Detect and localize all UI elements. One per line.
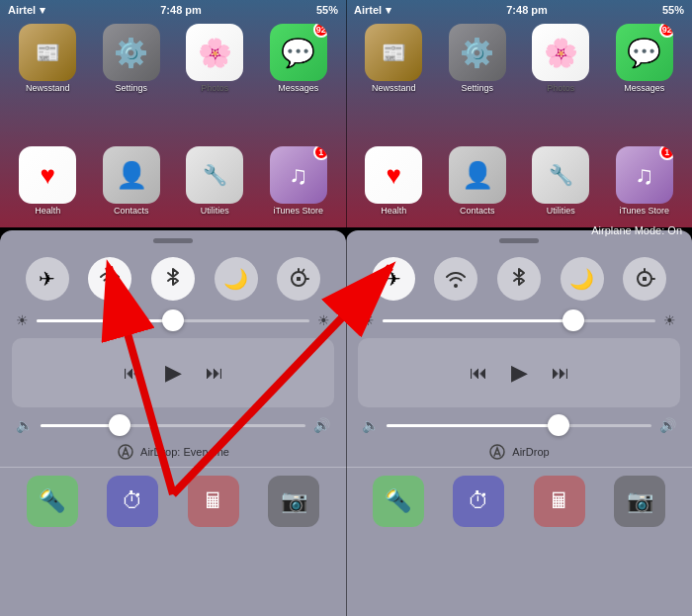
left-app-health[interactable]: ♥ Health xyxy=(8,146,88,216)
volume-min-icon-left: 🔈 xyxy=(16,417,33,433)
left-photos-label: Photos xyxy=(201,83,228,93)
right-app-settings[interactable]: ⚙️ Settings xyxy=(438,24,518,93)
right-rotation-btn[interactable] xyxy=(623,257,666,301)
right-newsstand-label: Newsstand xyxy=(372,83,416,93)
left-health-icon: ♥ xyxy=(19,146,76,204)
left-next-btn[interactable]: ⏭ xyxy=(206,363,223,384)
right-cc-toggles: ✈ 🌙 xyxy=(346,249,692,308)
left-bluetooth-btn[interactable] xyxy=(151,257,195,301)
left-volume-track[interactable] xyxy=(41,424,305,427)
left-dnd-btn[interactable]: 🌙 xyxy=(215,257,258,301)
left-app-itunes[interactable]: ♫ 1 iTunes Store xyxy=(259,146,339,216)
left-app-settings[interactable]: ⚙️ Settings xyxy=(92,24,172,93)
left-screen: Airtel ▾ 7:48 pm 55% 📰 Newsstand ⚙️ Sett… xyxy=(0,0,346,616)
right-app-grid-row2: ♥ Health 👤 Contacts 🔧 Utilities ♫ 1 iTun… xyxy=(346,146,692,216)
left-app-photos[interactable]: 🌸 Photos xyxy=(175,24,255,93)
right-brightness-row: ☀ ☀ xyxy=(346,308,692,332)
right-volume-fill xyxy=(387,424,559,427)
left-shortcuts: 🔦 ⏱ 🖩 📷 xyxy=(0,467,346,535)
left-itunes-badge: 1 xyxy=(313,146,327,160)
left-app-messages[interactable]: 💬 92 Messages xyxy=(259,24,339,93)
right-brightness-track[interactable] xyxy=(383,319,655,322)
right-itunes-label: iTunes Store xyxy=(619,206,669,216)
left-app-contacts[interactable]: 👤 Contacts xyxy=(92,146,172,216)
left-brightness-track[interactable] xyxy=(37,319,309,322)
left-photos-icon: 🌸 xyxy=(186,24,243,81)
brightness-max-icon-right: ☀ xyxy=(663,312,676,328)
right-health-label: Health xyxy=(381,206,406,216)
right-utilities-label: Utilities xyxy=(547,206,575,216)
right-app-health[interactable]: ♥ Health xyxy=(354,146,434,216)
left-status-bar: Airtel ▾ 7:48 pm 55% xyxy=(0,0,346,20)
left-app-utilities[interactable]: 🔧 Utilities xyxy=(175,146,255,216)
left-calc-btn[interactable]: 🖩 xyxy=(188,476,239,527)
right-next-btn[interactable]: ⏭ xyxy=(552,363,569,384)
left-brightness-row: ☀ ☀ xyxy=(0,308,346,332)
right-app-photos[interactable]: 🌸 Photos xyxy=(521,24,601,93)
left-itunes-label: iTunes Store xyxy=(273,206,323,216)
wifi-icon-right: ▾ xyxy=(386,4,391,17)
right-volume-track[interactable] xyxy=(387,424,651,427)
right-volume-row: 🔈 🔊 xyxy=(346,413,692,437)
right-itunes-icon: ♫ 1 xyxy=(616,146,673,204)
right-app-newsstand[interactable]: 📰 Newsstand xyxy=(354,24,434,93)
left-contacts-label: Contacts xyxy=(114,206,149,216)
left-settings-icon: ⚙️ xyxy=(103,24,160,81)
left-brightness-fill xyxy=(37,319,173,322)
right-bluetooth-btn[interactable] xyxy=(497,257,541,301)
left-volume-thumb[interactable] xyxy=(109,414,130,436)
right-wifi-btn[interactable] xyxy=(434,257,477,301)
right-app-contacts[interactable]: 👤 Contacts xyxy=(438,146,518,216)
left-health-label: Health xyxy=(35,206,60,216)
left-play-btn[interactable]: ▶ xyxy=(165,360,182,386)
right-health-icon: ♥ xyxy=(365,146,422,204)
left-volume-row: 🔈 🔊 xyxy=(0,413,346,437)
right-messages-badge: 92 xyxy=(659,24,673,38)
right-newsstand-icon: 📰 xyxy=(365,24,422,81)
left-messages-badge: 92 xyxy=(313,24,327,38)
volume-min-icon-right: 🔈 xyxy=(362,417,379,433)
left-app-grid-row1: 📰 Newsstand ⚙️ Settings 🌸 Photos 💬 92 Me… xyxy=(0,20,346,97)
right-prev-btn[interactable]: ⏮ xyxy=(470,363,487,384)
left-airplane-btn[interactable]: ✈ xyxy=(26,257,69,301)
right-settings-label: Settings xyxy=(461,83,493,93)
brightness-max-icon: ☀ xyxy=(317,312,330,328)
left-app-newsstand[interactable]: 📰 Newsstand xyxy=(8,24,88,93)
airdrop-icon-left xyxy=(117,443,134,461)
left-camera-btn[interactable]: 📷 xyxy=(268,476,319,527)
right-contacts-icon: 👤 xyxy=(449,146,506,204)
left-brightness-thumb[interactable] xyxy=(162,309,184,331)
right-volume-thumb[interactable] xyxy=(548,414,569,436)
right-airplane-btn[interactable]: ✈ xyxy=(372,257,415,301)
time-left: 7:48 pm xyxy=(160,4,202,16)
left-rotation-btn[interactable] xyxy=(277,257,320,301)
right-play-btn[interactable]: ▶ xyxy=(511,360,528,386)
right-flashlight-btn[interactable]: 🔦 xyxy=(373,476,424,527)
left-app-grid-row2: ♥ Health 👤 Contacts 🔧 Utilities ♫ 1 iTun… xyxy=(0,146,346,216)
right-camera-btn[interactable]: 📷 xyxy=(614,476,665,527)
left-prev-btn[interactable]: ⏮ xyxy=(124,363,141,384)
bluetooth-icon xyxy=(165,267,181,291)
wifi-icon xyxy=(99,270,121,288)
right-calc-btn[interactable]: 🖩 xyxy=(534,476,585,527)
screen-divider xyxy=(346,0,347,616)
right-app-utilities[interactable]: 🔧 Utilities xyxy=(521,146,601,216)
right-status-left: Airtel ▾ xyxy=(354,4,391,17)
left-airdrop-row[interactable]: AirDrop: Everyone xyxy=(0,437,346,467)
left-timer-btn[interactable]: ⏱ xyxy=(107,476,158,527)
right-photos-label: Photos xyxy=(547,83,574,93)
left-flashlight-btn[interactable]: 🔦 xyxy=(27,476,78,527)
right-app-messages[interactable]: 💬 92 Messages xyxy=(605,24,685,93)
volume-max-icon-right: 🔊 xyxy=(659,417,676,433)
right-brightness-thumb[interactable] xyxy=(562,309,584,331)
volume-max-icon-left: 🔊 xyxy=(313,417,330,433)
left-volume-fill xyxy=(41,424,120,427)
right-app-itunes[interactable]: ♫ 1 iTunes Store xyxy=(605,146,685,216)
right-dnd-btn[interactable]: 🌙 xyxy=(561,257,604,301)
left-wifi-btn[interactable] xyxy=(88,257,131,301)
right-airdrop-row[interactable]: AirDrop xyxy=(346,437,692,467)
right-timer-btn[interactable]: ⏱ xyxy=(453,476,504,527)
svg-rect-1 xyxy=(297,277,301,281)
left-newsstand-label: Newsstand xyxy=(26,83,70,93)
wifi-icon-left: ▾ xyxy=(40,4,45,17)
